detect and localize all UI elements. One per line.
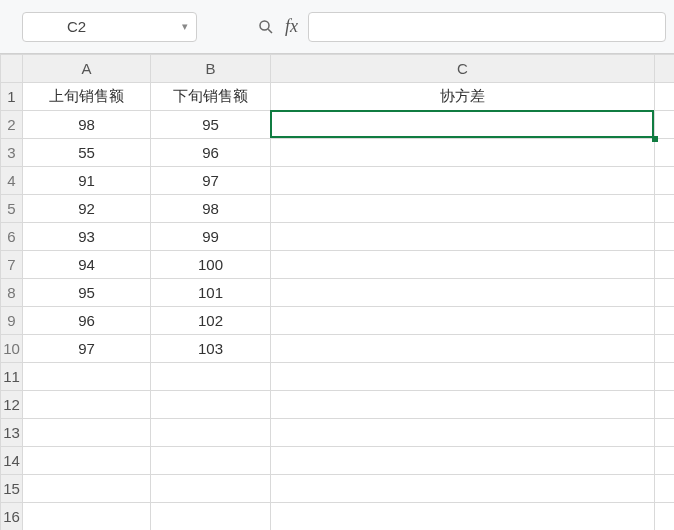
zoom-search-icon[interactable]	[257, 18, 275, 36]
cell-C14[interactable]	[271, 447, 655, 475]
cell-B4[interactable]: 97	[151, 167, 271, 195]
cell-C15[interactable]	[271, 475, 655, 503]
name-box[interactable]: C2 ▾	[22, 12, 197, 42]
row-5: 5 92 98	[1, 195, 675, 223]
cell-A1[interactable]: 上旬销售额	[23, 83, 151, 111]
cell-B6[interactable]: 99	[151, 223, 271, 251]
cell-C13[interactable]	[271, 419, 655, 447]
cell-B16[interactable]	[151, 503, 271, 531]
spreadsheet[interactable]: A B C 1 上旬销售额 下旬销售额 协方差 2 98 95	[0, 54, 674, 530]
row-12: 12	[1, 391, 675, 419]
cell-A8[interactable]: 95	[23, 279, 151, 307]
row-header-12[interactable]: 12	[1, 391, 23, 419]
cell-A7[interactable]: 94	[23, 251, 151, 279]
row-header-6[interactable]: 6	[1, 223, 23, 251]
select-all-corner[interactable]	[1, 55, 23, 83]
cell-C9[interactable]	[271, 307, 655, 335]
cell-C12[interactable]	[271, 391, 655, 419]
row-header-14[interactable]: 14	[1, 447, 23, 475]
cell-D8[interactable]	[655, 279, 675, 307]
cell-C1[interactable]: 协方差	[271, 83, 655, 111]
formula-bar: C2 ▾ fx	[0, 0, 674, 54]
cell-D7[interactable]	[655, 251, 675, 279]
cell-C4[interactable]	[271, 167, 655, 195]
row-header-8[interactable]: 8	[1, 279, 23, 307]
col-header-A[interactable]: A	[23, 55, 151, 83]
row-header-1[interactable]: 1	[1, 83, 23, 111]
cell-C5[interactable]	[271, 195, 655, 223]
row-11: 11	[1, 363, 675, 391]
cell-A11[interactable]	[23, 363, 151, 391]
col-header-C[interactable]: C	[271, 55, 655, 83]
cell-A3[interactable]: 55	[23, 139, 151, 167]
cell-D6[interactable]	[655, 223, 675, 251]
cell-D13[interactable]	[655, 419, 675, 447]
cell-B7[interactable]: 100	[151, 251, 271, 279]
cell-A4[interactable]: 91	[23, 167, 151, 195]
row-header-16[interactable]: 16	[1, 503, 23, 531]
svg-line-1	[268, 29, 272, 33]
row-3: 3 55 96	[1, 139, 675, 167]
row-header-13[interactable]: 13	[1, 419, 23, 447]
cell-A5[interactable]: 92	[23, 195, 151, 223]
cell-C3[interactable]	[271, 139, 655, 167]
cell-D5[interactable]	[655, 195, 675, 223]
row-header-7[interactable]: 7	[1, 251, 23, 279]
row-header-2[interactable]: 2	[1, 111, 23, 139]
cell-B5[interactable]: 98	[151, 195, 271, 223]
col-header-D[interactable]	[655, 55, 675, 83]
cell-A16[interactable]	[23, 503, 151, 531]
row-header-5[interactable]: 5	[1, 195, 23, 223]
cell-A9[interactable]: 96	[23, 307, 151, 335]
cell-B8[interactable]: 101	[151, 279, 271, 307]
cell-D2[interactable]	[655, 111, 675, 139]
fx-label: fx	[285, 16, 298, 37]
row-header-11[interactable]: 11	[1, 363, 23, 391]
cell-A6[interactable]: 93	[23, 223, 151, 251]
row-7: 7 94 100	[1, 251, 675, 279]
cell-B11[interactable]	[151, 363, 271, 391]
cell-C16[interactable]	[271, 503, 655, 531]
formula-input[interactable]	[308, 12, 666, 42]
cell-B10[interactable]: 103	[151, 335, 271, 363]
cell-D4[interactable]	[655, 167, 675, 195]
cell-A14[interactable]	[23, 447, 151, 475]
cell-D1[interactable]	[655, 83, 675, 111]
row-header-10[interactable]: 10	[1, 335, 23, 363]
cell-B3[interactable]: 96	[151, 139, 271, 167]
cell-A12[interactable]	[23, 391, 151, 419]
row-header-4[interactable]: 4	[1, 167, 23, 195]
column-header-row: A B C	[1, 55, 675, 83]
cell-C11[interactable]	[271, 363, 655, 391]
row-1: 1 上旬销售额 下旬销售额 协方差	[1, 83, 675, 111]
cell-C8[interactable]	[271, 279, 655, 307]
cell-C10[interactable]	[271, 335, 655, 363]
row-header-3[interactable]: 3	[1, 139, 23, 167]
cell-B1[interactable]: 下旬销售额	[151, 83, 271, 111]
cell-D11[interactable]	[655, 363, 675, 391]
cell-D16[interactable]	[655, 503, 675, 531]
svg-point-0	[260, 21, 269, 30]
cell-D14[interactable]	[655, 447, 675, 475]
cell-B14[interactable]	[151, 447, 271, 475]
cell-C7[interactable]	[271, 251, 655, 279]
cell-B12[interactable]	[151, 391, 271, 419]
cell-D12[interactable]	[655, 391, 675, 419]
cell-A13[interactable]	[23, 419, 151, 447]
cell-D3[interactable]	[655, 139, 675, 167]
cell-A15[interactable]	[23, 475, 151, 503]
col-header-B[interactable]: B	[151, 55, 271, 83]
cell-B13[interactable]	[151, 419, 271, 447]
cell-D15[interactable]	[655, 475, 675, 503]
row-header-15[interactable]: 15	[1, 475, 23, 503]
cell-D9[interactable]	[655, 307, 675, 335]
cell-A10[interactable]: 97	[23, 335, 151, 363]
cell-C6[interactable]	[271, 223, 655, 251]
cell-B15[interactable]	[151, 475, 271, 503]
cell-A2[interactable]: 98	[23, 111, 151, 139]
row-header-9[interactable]: 9	[1, 307, 23, 335]
cell-B2[interactable]: 95	[151, 111, 271, 139]
cell-B9[interactable]: 102	[151, 307, 271, 335]
cell-D10[interactable]	[655, 335, 675, 363]
cell-C2[interactable]	[271, 111, 655, 139]
